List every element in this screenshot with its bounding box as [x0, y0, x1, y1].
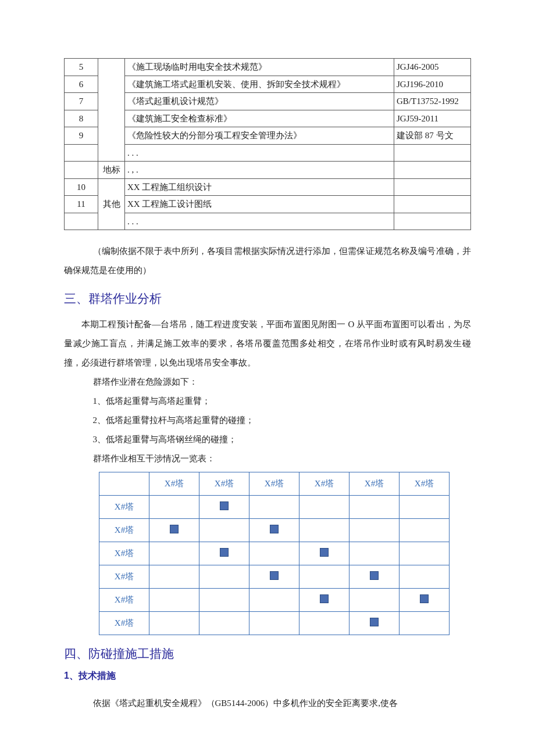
matrix-row-header: X#塔	[99, 542, 149, 565]
matrix-cell	[349, 496, 400, 519]
table-standard-code	[394, 196, 471, 213]
matrix-cell	[199, 542, 249, 565]
table-row-index: 11	[65, 196, 98, 213]
matrix-cell	[400, 612, 450, 635]
table-category-cell	[98, 59, 125, 162]
table-standard-code	[394, 162, 471, 179]
table-standard-code: GB/T13752-1992	[394, 93, 471, 110]
matrix-cell	[349, 542, 400, 565]
matrix-col-header: X#塔	[349, 472, 400, 496]
matrix-col-header: X#塔	[299, 472, 349, 496]
matrix-col-header: X#塔	[149, 472, 199, 496]
table-row-index: 9	[65, 127, 98, 145]
matrix-cell	[249, 589, 299, 612]
matrix-cell	[249, 565, 299, 589]
matrix-cell	[149, 565, 199, 589]
table-standard-name: . , .	[125, 162, 394, 179]
matrix-cell	[249, 612, 299, 635]
matrix-cell	[299, 589, 349, 612]
interference-mark-icon	[370, 571, 379, 580]
section-4-title: 四、防碰撞施工措施	[64, 646, 471, 662]
table-row-index: 10	[65, 178, 98, 196]
table-standard-code: JGJ59-2011	[394, 110, 471, 127]
hazard-item-3: 3、低塔起重臂与高塔钢丝绳的碰撞；	[64, 430, 471, 449]
matrix-cell	[149, 496, 199, 519]
table-standard-name: 《危险性较大的分部分项工程安全管理办法》	[125, 127, 394, 145]
matrix-cell	[299, 542, 349, 565]
table-standard-code: 建设部 87 号文	[394, 127, 471, 145]
hazard-item-1: 1、低塔起重臂与高塔起重臂；	[64, 392, 471, 411]
interference-mark-icon	[170, 525, 179, 533]
interference-mark-icon	[270, 525, 279, 533]
matrix-cell	[299, 612, 349, 635]
compilation-basis-table: 5《施工现场临时用电安全技术规范》JGJ46-20056《建筑施工塔式起重机安装…	[64, 58, 471, 230]
table-standard-name: XX 工程施工组织设计	[125, 178, 394, 196]
table-row-index: 7	[65, 93, 98, 110]
table-standard-code	[394, 213, 471, 230]
matrix-col-header: X#塔	[400, 472, 450, 496]
matrix-cell	[149, 542, 199, 565]
table-standard-name: . . .	[125, 213, 394, 230]
matrix-col-header: X#塔	[199, 472, 249, 496]
matrix-cell	[349, 589, 400, 612]
table-standard-name: XX 工程施工设计图纸	[125, 196, 394, 213]
interference-mark-icon	[420, 594, 429, 603]
interference-mark-icon	[320, 548, 329, 557]
table-row-index	[65, 162, 98, 179]
matrix-row-header: X#塔	[99, 519, 149, 542]
matrix-row-header: X#塔	[99, 612, 149, 635]
interference-mark-icon	[320, 594, 329, 603]
matrix-cell	[149, 589, 199, 612]
table-row-index: 6	[65, 76, 98, 93]
matrix-cell	[249, 519, 299, 542]
table-standard-code	[394, 178, 471, 196]
matrix-col-header: X#塔	[249, 472, 299, 496]
interference-matrix: X#塔X#塔X#塔X#塔X#塔X#塔 X#塔X#塔X#塔X#塔X#塔X#塔	[99, 472, 450, 635]
matrix-row-header: X#塔	[99, 565, 149, 589]
table-row-index	[65, 144, 98, 162]
section-3-para: 本期工程预计配备—台塔吊，随工程进度安装，平面布置图见附图一 O 从平面布置图可…	[64, 315, 471, 372]
table-row-index: 5	[65, 59, 98, 76]
matrix-row-header: X#塔	[99, 589, 149, 612]
matrix-cell	[199, 565, 249, 589]
interference-mark-icon	[220, 501, 229, 510]
table-standard-code: JGJ46-2005	[394, 59, 471, 76]
matrix-row-header: X#塔	[99, 496, 149, 519]
matrix-cell	[299, 496, 349, 519]
matrix-cell	[400, 542, 450, 565]
hazard-intro: 群塔作业潜在危险源如下：	[64, 372, 471, 392]
matrix-cell	[349, 519, 400, 542]
matrix-cell	[299, 519, 349, 542]
table-row-index: 8	[65, 110, 98, 127]
subsection-1-para: 依据《塔式起重机安全规程》（GB5144-2006）中多机作业的安全距离要求,使…	[64, 694, 471, 713]
matrix-corner-cell	[99, 472, 149, 496]
matrix-cell	[249, 496, 299, 519]
table-row-index	[65, 213, 98, 230]
matrix-cell	[349, 565, 400, 589]
matrix-cell	[349, 612, 400, 635]
table-standard-name: 《塔式起重机设计规范》	[125, 93, 394, 110]
table-standard-code	[394, 144, 471, 162]
table-standard-name: 《建筑施工塔式起重机安装、使用、拆卸安全技术规程》	[125, 76, 394, 93]
matrix-cell	[249, 542, 299, 565]
table-standard-name: . . .	[125, 144, 394, 162]
compilation-note: （编制依据不限于表中所列，各项目需根据实际情况进行添加，但需保证规范名称及编号准…	[64, 242, 471, 280]
matrix-cell	[400, 496, 450, 519]
matrix-cell	[199, 519, 249, 542]
matrix-intro: 群塔作业相互干涉情况一览表：	[64, 449, 471, 468]
section-3-title: 三、群塔作业分析	[64, 291, 471, 307]
interference-mark-icon	[370, 618, 379, 626]
table-category-cell: 其他	[98, 178, 125, 230]
subsection-1-title: 1、技术措施	[64, 670, 471, 682]
table-standard-name: 《建筑施工安全检查标准》	[125, 110, 394, 127]
table-standard-name: 《施工现场临时用电安全技术规范》	[125, 59, 394, 76]
matrix-cell	[400, 519, 450, 542]
matrix-cell	[199, 496, 249, 519]
matrix-cell	[149, 612, 199, 635]
hazard-item-2: 2、低塔起重臂拉杆与高塔起重臂的碰撞；	[64, 411, 471, 430]
interference-mark-icon	[270, 571, 279, 580]
table-category-cell: 地标	[98, 162, 125, 179]
table-standard-code: JGJ196-2010	[394, 76, 471, 93]
matrix-cell	[400, 565, 450, 589]
matrix-cell	[199, 589, 249, 612]
